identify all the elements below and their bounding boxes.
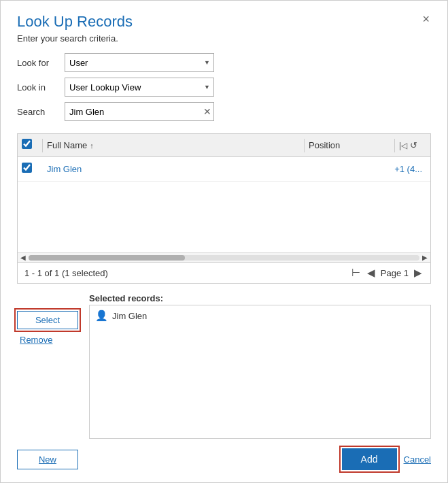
row-checkbox[interactable] [22, 163, 32, 173]
scrollbar-track[interactable] [29, 255, 419, 261]
refresh-icon[interactable]: ↺ [410, 140, 417, 150]
next-page-button[interactable]: ▶ [413, 267, 424, 279]
sort-icon[interactable]: ↑ [90, 141, 94, 150]
look-in-select-wrapper: User Lookup View [65, 78, 214, 97]
col-actions-header: |◁ ↺ [399, 140, 426, 150]
search-wrapper: ✕ [65, 102, 214, 121]
header-divider-2 [304, 139, 305, 152]
dialog-header: Look Up Records × [17, 13, 431, 31]
table-body: Jim Glen +1 (4... [18, 157, 430, 252]
header-divider-3 [394, 139, 395, 152]
cancel-button[interactable]: Cancel [404, 454, 431, 465]
prev-page-button[interactable]: ◀ [366, 267, 377, 279]
first-page-icon[interactable]: |◁ [399, 141, 407, 150]
table-row: Jim Glen +1 (4... [18, 157, 430, 182]
first-page-button[interactable]: ⊢ [350, 267, 362, 279]
header-divider-1 [42, 139, 43, 152]
horizontal-scrollbar[interactable]: ◀ ▶ [18, 252, 430, 262]
new-button[interactable]: New [17, 450, 78, 469]
look-for-select-wrapper: User [65, 53, 214, 72]
close-button[interactable]: × [421, 13, 431, 25]
scroll-right-button[interactable]: ▶ [421, 254, 429, 261]
selected-records-label: Selected records: [89, 293, 431, 303]
search-input[interactable] [65, 102, 214, 121]
user-icon: 👤 [95, 310, 108, 322]
subtitle: Enter your search criteria. [17, 33, 431, 44]
selected-item-name: Jim Glen [112, 311, 147, 321]
look-for-label: Look for [17, 58, 65, 68]
col-position-header: Position [309, 140, 390, 150]
selected-left-panel: Select Remove [17, 293, 78, 439]
results-table: Full Name ↑ Position |◁ ↺ Jim Glen +1 (4… [17, 133, 431, 284]
page-nav: ⊢ ◀ Page 1 ▶ [350, 267, 424, 279]
pagination-range: 1 - 1 of 1 (1 selected) [24, 268, 108, 278]
remove-button[interactable]: Remove [20, 335, 52, 345]
row-extra: +1 (4... [394, 164, 422, 174]
select-all-checkbox[interactable] [22, 139, 32, 149]
scroll-left-button[interactable]: ◀ [19, 254, 27, 261]
selected-item: 👤 Jim Glen [95, 310, 425, 322]
look-in-label: Look in [17, 82, 65, 93]
row-divider [42, 163, 43, 176]
pagination-bar: 1 - 1 of 1 (1 selected) ⊢ ◀ Page 1 ▶ [18, 262, 430, 283]
dialog: Look Up Records × Enter your search crit… [0, 0, 448, 483]
add-button[interactable]: Add [342, 448, 397, 470]
search-label: Search [17, 107, 65, 117]
look-in-select[interactable]: User Lookup View [65, 78, 214, 97]
dialog-title: Look Up Records [17, 13, 133, 31]
col-fullname-header: Full Name ↑ [47, 140, 300, 150]
select-button[interactable]: Select [17, 311, 78, 329]
footer-bar: New Add Cancel [17, 448, 431, 470]
row-checkbox-cell [22, 163, 38, 176]
row-fullname[interactable]: Jim Glen [47, 164, 394, 174]
selected-section: Select Remove Selected records: 👤 Jim Gl… [17, 293, 431, 439]
search-row: Search ✕ [17, 102, 431, 121]
page-label: Page 1 [381, 268, 409, 278]
header-checkbox-cell [22, 139, 38, 152]
search-clear-button[interactable]: ✕ [203, 107, 211, 116]
scrollbar-thumb [29, 255, 185, 261]
footer-right: Add Cancel [342, 448, 431, 470]
table-header: Full Name ↑ Position |◁ ↺ [18, 134, 430, 157]
selected-records-box: 👤 Jim Glen [89, 305, 431, 439]
selected-right-panel: Selected records: 👤 Jim Glen [89, 293, 431, 439]
look-for-select[interactable]: User [65, 53, 214, 72]
look-for-row: Look for User [17, 53, 431, 72]
look-in-row: Look in User Lookup View [17, 78, 431, 97]
